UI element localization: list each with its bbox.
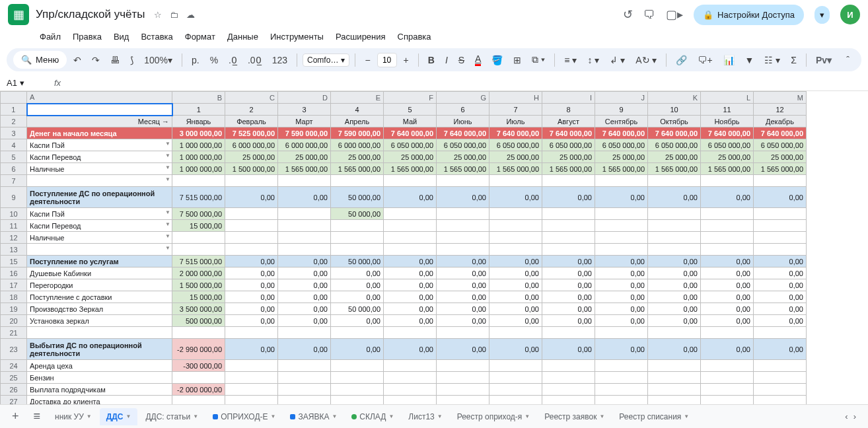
cell[interactable]	[648, 327, 701, 339]
cell[interactable]	[754, 232, 807, 244]
tab-dropdown-icon[interactable]: ▼	[126, 413, 131, 419]
cell[interactable]	[489, 220, 542, 232]
cell[interactable]: 0,00	[754, 339, 807, 360]
cell[interactable]: 1 565 000,00	[542, 163, 595, 175]
cell[interactable]	[172, 372, 225, 384]
cell[interactable]: 0,00	[225, 187, 278, 208]
menu-Вид[interactable]: Вид	[108, 29, 135, 44]
cell[interactable]	[437, 244, 489, 256]
cell[interactable]	[437, 372, 489, 384]
cell[interactable]	[701, 175, 754, 187]
cell[interactable]: 0,00	[225, 256, 278, 268]
cell[interactable]: 0,00	[701, 339, 754, 360]
cell[interactable]	[225, 372, 278, 384]
cell[interactable]: 25 000,00	[489, 151, 542, 163]
cell[interactable]: 0,00	[225, 303, 278, 315]
share-button[interactable]: 🔒 Настройки Доступа	[694, 5, 804, 25]
cell[interactable]	[225, 208, 278, 220]
row-header[interactable]: 24	[1, 360, 27, 372]
cell[interactable]: 0,00	[278, 339, 331, 360]
cell[interactable]	[331, 372, 384, 384]
cell[interactable]: 0,00	[754, 315, 807, 327]
cell[interactable]	[754, 327, 807, 339]
cell[interactable]: 2	[225, 104, 278, 116]
sheet-tab[interactable]: Реестр заявок▼	[538, 408, 611, 425]
cell[interactable]: 0,00	[384, 268, 437, 279]
cell[interactable]	[172, 244, 225, 256]
cell[interactable]: 7 590 000,00	[278, 127, 331, 139]
cell[interactable]	[701, 372, 754, 384]
italic-button[interactable]: I	[441, 52, 452, 68]
row-label-cell[interactable]: Поступление по услугам	[27, 256, 172, 268]
font-inc-button[interactable]: +	[400, 52, 413, 68]
menu-Вставка[interactable]: Вставка	[135, 29, 178, 44]
cell[interactable]: 2 000 000,00	[172, 268, 225, 279]
cell[interactable]: 7 640 000,00	[595, 127, 648, 139]
move-icon[interactable]: 🗀	[170, 10, 178, 20]
cell[interactable]: Июль	[489, 116, 542, 127]
cell[interactable]: 3	[278, 104, 331, 116]
rotate-button[interactable]: A↻ ▾	[632, 52, 661, 68]
row-label-cell[interactable]: Душевые Кабинки	[27, 268, 172, 279]
cell[interactable]: 0,00	[384, 187, 437, 208]
cell[interactable]: 6 000 000,00	[331, 139, 384, 151]
cell[interactable]	[595, 372, 648, 384]
cell[interactable]: 1 565 000,00	[754, 163, 807, 175]
cell[interactable]: 1 565 000,00	[648, 163, 701, 175]
cell[interactable]: 50 000,00	[331, 208, 384, 220]
sheet-tab[interactable]: ДДС▼	[100, 408, 138, 425]
strike-button[interactable]: S	[454, 52, 468, 68]
row-header[interactable]: 15	[1, 256, 27, 268]
row-label-cell[interactable]: Бензин	[27, 372, 172, 384]
cell[interactable]: 1 565 000,00	[384, 163, 437, 175]
fill-color-button[interactable]: 🪣	[488, 52, 507, 68]
cell[interactable]: 0,00	[489, 256, 542, 268]
cell[interactable]: 0,00	[595, 291, 648, 303]
cell[interactable]	[384, 327, 437, 339]
cell[interactable]: 0,00	[542, 187, 595, 208]
row-label-cell[interactable]: Поступление с доставки	[27, 291, 172, 303]
decimal-dec-button[interactable]: .0̲	[225, 52, 241, 68]
cell[interactable]: 0,00	[278, 256, 331, 268]
cell[interactable]: 0,00	[384, 256, 437, 268]
row-header[interactable]: 19	[1, 303, 27, 315]
cell[interactable]	[542, 360, 595, 372]
cell[interactable]: 50 000,00	[331, 303, 384, 315]
col-header[interactable]: C	[225, 92, 278, 104]
cell[interactable]	[701, 244, 754, 256]
row-label-cell[interactable]: ▼	[27, 244, 172, 256]
row-label-cell[interactable]: Каспи Перевод▼	[27, 220, 172, 232]
row-header[interactable]: 25	[1, 372, 27, 384]
meet-icon[interactable]: ▢▸	[666, 7, 683, 22]
cell[interactable]	[172, 327, 225, 339]
user-avatar[interactable]: И	[840, 5, 860, 24]
cell[interactable]: 0,00	[754, 291, 807, 303]
cell[interactable]	[701, 208, 754, 220]
cell[interactable]: 7 640 000,00	[701, 127, 754, 139]
cell[interactable]: 0,00	[701, 268, 754, 279]
row-header[interactable]: 1	[1, 104, 27, 116]
cell[interactable]: 0,00	[701, 279, 754, 291]
cell[interactable]	[278, 232, 331, 244]
col-header[interactable]: E	[331, 92, 384, 104]
cell[interactable]	[437, 175, 489, 187]
tab-dropdown-icon[interactable]: ▼	[684, 413, 689, 419]
cell[interactable]: -300 000,00	[172, 360, 225, 372]
cell[interactable]: Август	[542, 116, 595, 127]
cell[interactable]: 7 515 000,00	[172, 187, 225, 208]
cell[interactable]: Январь	[172, 116, 225, 127]
cell[interactable]	[754, 208, 807, 220]
font-size-input[interactable]	[377, 53, 397, 67]
cell[interactable]: 6 000 000,00	[278, 139, 331, 151]
cell[interactable]: 0,00	[595, 268, 648, 279]
row-header[interactable]: 18	[1, 291, 27, 303]
cell[interactable]: 6 050 000,00	[437, 139, 489, 151]
cell[interactable]	[331, 220, 384, 232]
cell[interactable]	[331, 360, 384, 372]
all-sheets-button[interactable]: ≡	[27, 407, 48, 426]
cell[interactable]: 3 500 000,00	[172, 303, 225, 315]
cell[interactable]: 1 500 000,00	[225, 163, 278, 175]
sheet-tab[interactable]: Лист13▼	[402, 408, 449, 425]
star-icon[interactable]: ☆	[154, 10, 162, 20]
cell[interactable]: 25 000,00	[542, 151, 595, 163]
